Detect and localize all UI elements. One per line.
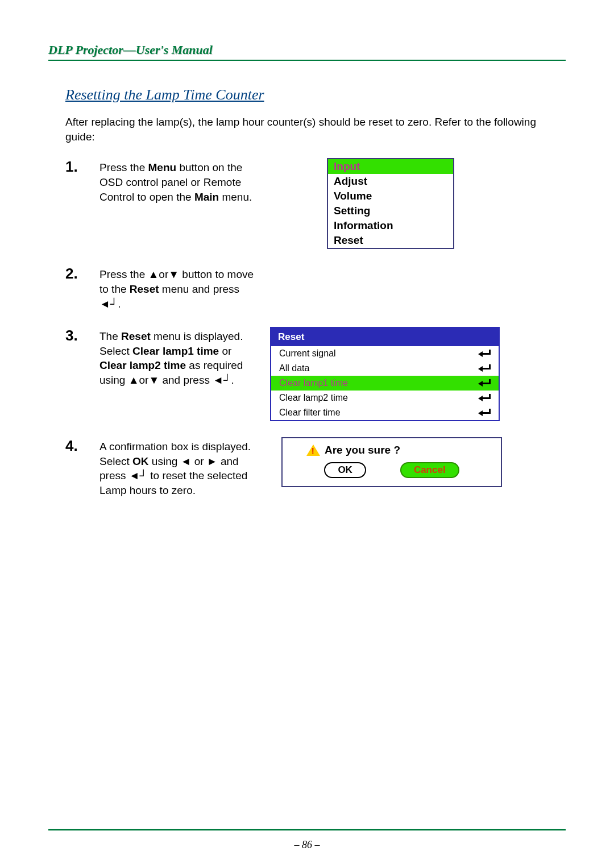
reset-item-clear-lamp2[interactable]: Clear lamp2 time [271, 391, 499, 405]
section-title: Resetting the Lamp Time Counter [65, 86, 566, 103]
page-number: – 86 – [0, 839, 614, 851]
footer-divider [48, 829, 566, 830]
step-number: 3. [65, 327, 99, 344]
header-divider [48, 60, 566, 61]
confirm-dialog: Are you sure ? OK Cancel [281, 437, 502, 487]
main-menu-item-setting[interactable]: Setting [328, 203, 453, 218]
step-4: 4. A confirmation box is displayed. Sele… [65, 437, 566, 498]
header-title: DLP Projector—User's Manual [48, 43, 566, 57]
step-text: Press the ▲or▼ button to move to the Res… [99, 265, 259, 311]
step-1: 1. Press the Menu button on the OSD cont… [65, 158, 566, 249]
reset-item-current-signal[interactable]: Current signal [271, 346, 499, 361]
step-number: 4. [65, 437, 99, 455]
reset-menu-header: Reset [271, 328, 499, 346]
reset-menu: Reset Current signal All data Clear lamp… [270, 327, 500, 421]
enter-icon [478, 379, 491, 387]
enter-icon [478, 364, 491, 372]
main-menu-item-information[interactable]: Information [328, 218, 453, 233]
reset-item-clear-filter[interactable]: Clear filter time [271, 405, 499, 420]
main-menu-item-input[interactable]: Input [328, 159, 453, 174]
intro-text: After replacing the lamp(s), the lamp ho… [65, 115, 566, 144]
ok-button[interactable]: OK [324, 462, 366, 478]
enter-icon [478, 409, 491, 417]
reset-item-all-data[interactable]: All data [271, 361, 499, 376]
confirm-title: Are you sure ? [325, 444, 400, 456]
cancel-button[interactable]: Cancel [400, 462, 459, 478]
warning-icon [306, 445, 320, 456]
step-2: 2. Press the ▲or▼ button to move to the … [65, 265, 566, 311]
main-menu-item-volume[interactable]: Volume [328, 189, 453, 203]
step-3: 3. The Reset menu is displayed. Select C… [65, 327, 566, 421]
main-menu-item-reset[interactable]: Reset [328, 233, 453, 248]
reset-item-clear-lamp1[interactable]: Clear lamp1 time [271, 376, 499, 391]
step-text: The Reset menu is displayed. Select Clea… [99, 327, 259, 388]
step-number: 1. [65, 158, 99, 176]
main-menu-item-adjust[interactable]: Adjust [328, 174, 453, 189]
enter-icon [478, 394, 491, 402]
enter-icon [478, 350, 491, 358]
step-text: A confirmation box is displayed. Select … [99, 437, 259, 498]
main-menu: Input Adjust Volume Setting Information … [327, 158, 454, 249]
step-text: Press the Menu button on the OSD control… [99, 158, 259, 204]
step-number: 2. [65, 265, 99, 283]
